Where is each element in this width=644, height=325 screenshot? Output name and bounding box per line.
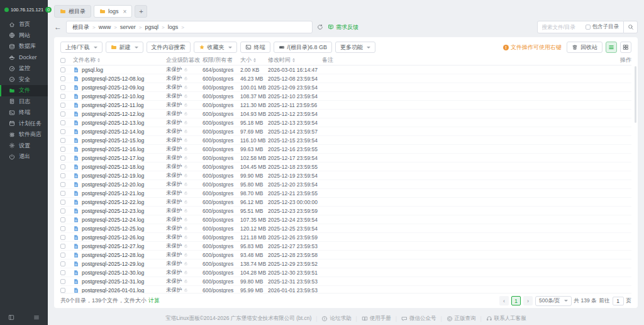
column-header[interactable]: 修改时间 xyxy=(268,56,322,64)
row-checkbox[interactable] xyxy=(60,94,65,99)
footer-link[interactable]: 使用手册 xyxy=(362,315,391,322)
file-name[interactable]: postgresql-2025-12-13.log xyxy=(82,120,144,126)
row-checkbox[interactable] xyxy=(60,279,65,284)
tab-根目录[interactable]: 根目录 xyxy=(54,5,91,18)
row-checkbox[interactable] xyxy=(60,288,65,293)
table-row[interactable]: postgresql-2025-12-25.log未保护600/postgres… xyxy=(60,224,631,233)
file-name[interactable]: postgresql-2025-12-15.log xyxy=(82,137,144,144)
breadcrumb-segment[interactable]: logs xyxy=(168,24,179,30)
tab-logs[interactable]: logs× xyxy=(94,5,132,18)
row-checkbox[interactable] xyxy=(60,182,65,187)
row-checkbox[interactable] xyxy=(60,261,65,266)
next-page-button[interactable]: › xyxy=(523,296,533,305)
file-name[interactable]: postgresql-2025-12-17.log xyxy=(82,155,144,161)
breadcrumb-segment[interactable]: pgsql xyxy=(145,24,159,30)
table-row[interactable]: postgresql-2025-12-21.log未保护600/postgres… xyxy=(60,189,631,198)
table-row[interactable]: postgresql-2025-12-23.log未保护600/postgres… xyxy=(60,207,631,215)
column-header[interactable]: 大小 xyxy=(240,56,268,64)
table-row[interactable]: postgresql-2025-12-27.log未保护600/postgres… xyxy=(60,242,631,251)
row-checkbox[interactable] xyxy=(60,120,65,125)
file-name[interactable]: postgresql-2025-12-31.log xyxy=(82,278,144,285)
grid-view-toggle[interactable] xyxy=(620,42,631,53)
table-row[interactable]: postgresql-2026-01-01.log未保护600/postgres… xyxy=(60,286,631,293)
row-checkbox[interactable] xyxy=(60,147,65,152)
table-row[interactable]: postgresql-2025-12-30.log未保护600/postgres… xyxy=(60,268,631,277)
current-page-button[interactable]: 1 xyxy=(511,296,521,305)
sort-icon[interactable] xyxy=(253,58,256,62)
file-name[interactable]: postgresql-2025-12-23.log xyxy=(82,208,144,214)
file-name[interactable]: postgresql-2025-12-21.log xyxy=(82,190,144,197)
row-checkbox[interactable] xyxy=(60,191,65,196)
row-checkbox[interactable] xyxy=(60,67,65,72)
file-name[interactable]: postgresql-2025-12-20.log xyxy=(82,181,144,188)
row-checkbox[interactable] xyxy=(60,156,65,161)
table-row[interactable]: postgresql-2025-12-14.log未保护600/postgres… xyxy=(60,127,631,136)
table-row[interactable]: postgresql-2025-12-10.log未保护600/postgres… xyxy=(60,92,631,101)
file-name[interactable]: postgresql-2025-12-29.log xyxy=(82,261,144,267)
breadcrumb-segment[interactable]: 根目录 xyxy=(72,23,89,31)
recycle-bin-button[interactable]: 回收站 xyxy=(567,42,602,53)
file-name[interactable]: postgresql-2025-12-18.log xyxy=(82,164,144,170)
file-name[interactable]: postgresql-2025-12-22.log xyxy=(82,199,144,205)
prev-page-button[interactable]: ‹ xyxy=(499,296,509,305)
column-header[interactable]: 文件名称 xyxy=(73,56,166,64)
table-row[interactable]: postgresql-2025-12-22.log未保护600/postgres… xyxy=(60,198,631,207)
sidebar-item-monitor[interactable]: 监控 xyxy=(0,63,48,74)
server-selector[interactable]: 100.76.121.121 0 xyxy=(0,0,48,19)
table-scrollbar[interactable] xyxy=(635,66,636,123)
table-row[interactable]: postgresql-2025-12-12.log未保护600/postgres… xyxy=(60,110,631,118)
file-name[interactable]: postgresql-2025-12-14.log xyxy=(82,128,144,135)
footer-link[interactable]: 联系人工客服 xyxy=(486,315,526,322)
table-row[interactable]: postgresql-2025-12-28.log未保护600/postgres… xyxy=(60,251,631,259)
table-row[interactable]: postgresql-2025-12-16.log未保护600/postgres… xyxy=(60,145,631,154)
file-name[interactable]: postgresql-2025-12-16.log xyxy=(82,146,144,152)
content-search-button[interactable]: 文件内容搜索 xyxy=(147,42,191,53)
include-subdir-option[interactable]: 包含子目录 xyxy=(586,23,619,31)
row-checkbox[interactable] xyxy=(60,235,65,240)
table-row[interactable]: postgresql-2025-12-11.log未保护600/postgres… xyxy=(60,101,631,110)
footer-link[interactable]: 微信公众号 xyxy=(401,315,436,322)
file-name[interactable]: postgresql-2025-12-08.log xyxy=(82,76,144,82)
sidebar-item-settings[interactable]: 设置 xyxy=(0,140,48,152)
table-row[interactable]: postgresql-2025-12-20.log未保护600/postgres… xyxy=(60,180,631,189)
select-all-checkbox[interactable] xyxy=(60,58,65,63)
favorites-button[interactable]: 收藏夹 xyxy=(194,42,237,53)
row-checkbox[interactable] xyxy=(60,129,65,134)
file-name[interactable]: postgresql-2025-12-09.log xyxy=(82,84,144,91)
close-icon[interactable]: × xyxy=(123,8,127,15)
file-name[interactable]: postgresql-2025-12-19.log xyxy=(82,173,144,179)
add-tab-button[interactable]: + xyxy=(135,5,147,18)
table-row[interactable]: postgresql-2025-12-09.log未保护600/postgres… xyxy=(60,83,631,92)
terminal-button[interactable]: 终端 xyxy=(240,42,270,53)
file-name[interactable]: postgresql-2025-12-28.log xyxy=(82,252,144,258)
sidebar-item-website[interactable]: 网站 xyxy=(0,30,48,42)
sidebar-item-security[interactable]: 安全 xyxy=(0,74,48,86)
row-checkbox[interactable] xyxy=(60,253,65,258)
sidebar-item-appstore[interactable]: 软件商店 xyxy=(0,129,48,140)
row-checkbox[interactable] xyxy=(60,270,65,275)
sort-icon[interactable] xyxy=(292,58,295,62)
layout-icon[interactable] xyxy=(8,314,14,321)
sidebar-item-logout[interactable]: 退出 xyxy=(0,151,48,162)
table-row[interactable]: postgresql-2025-12-18.log未保护600/postgres… xyxy=(60,162,631,171)
file-name[interactable]: pgsql.log xyxy=(82,67,103,73)
sort-icon[interactable] xyxy=(97,58,100,62)
file-name[interactable]: postgresql-2025-12-11.log xyxy=(82,102,144,108)
row-checkbox[interactable] xyxy=(60,164,65,169)
row-checkbox[interactable] xyxy=(60,217,65,222)
table-row[interactable]: postgresql-2025-12-31.log未保护600/postgres… xyxy=(60,277,631,286)
table-row[interactable]: postgresql-2025-12-24.log未保护600/postgres… xyxy=(60,215,631,224)
table-row[interactable]: postgresql-2025-12-29.log未保护600/postgres… xyxy=(60,259,631,268)
row-checkbox[interactable] xyxy=(60,208,65,214)
breadcrumb-segment[interactable]: www xyxy=(99,24,111,30)
table-row[interactable]: pgsql.log未保护664/postgres2.00 KB2026-03-0… xyxy=(60,66,631,74)
row-checkbox[interactable] xyxy=(60,111,65,117)
file-name[interactable]: postgresql-2025-12-26.log xyxy=(82,234,144,241)
row-checkbox[interactable] xyxy=(60,138,65,143)
file-name[interactable]: postgresql-2025-12-25.log xyxy=(82,225,144,232)
sidebar-item-database[interactable]: 数据库 xyxy=(0,41,48,52)
row-checkbox[interactable] xyxy=(60,85,65,90)
table-row[interactable]: postgresql-2025-12-08.log未保护600/postgres… xyxy=(60,74,631,83)
back-button[interactable]: ← xyxy=(54,23,62,31)
disk-button[interactable]: /(根目录)6.8 GB xyxy=(274,42,333,53)
